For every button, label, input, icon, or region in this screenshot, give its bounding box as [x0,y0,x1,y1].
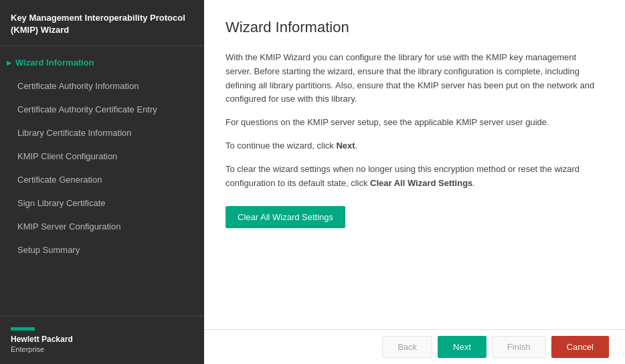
paragraph-4: To clear the wizard settings when no lon… [226,163,604,191]
sidebar-item-7[interactable]: KMIP Server Configuration [0,215,204,239]
paragraph-2: For questions on the KMIP server setup, … [226,116,604,130]
hpe-logo-name-line2: Enterprise [11,345,193,353]
sidebar-nav: Wizard InformationCertificate Authority … [0,46,204,316]
back-button[interactable]: Back [382,336,432,358]
next-button[interactable]: Next [438,336,486,358]
clear-all-wizard-settings-button[interactable]: Clear All Wizard Settings [226,206,345,228]
paragraph-1: With the KMIP Wizard you can configure t… [226,51,604,106]
main-content: Wizard Information With the KMIP Wizard … [204,0,625,329]
sidebar-item-6[interactable]: Sign Library Certificate [0,192,204,215]
sidebar: Key Management Interoperability Protocol… [0,0,204,364]
sidebar-title: Key Management Interoperability Protocol… [0,0,204,46]
paragraph-3: To continue the wizard, click Next. [226,139,604,153]
cancel-button[interactable]: Cancel [551,336,609,358]
sidebar-item-0[interactable]: Wizard Information [0,52,204,75]
footer: Back Next Finish Cancel [204,329,625,364]
sidebar-item-8[interactable]: Setup Summary [0,239,204,262]
hpe-logo-bar [11,327,35,331]
sidebar-item-4[interactable]: KMIP Client Configuration [0,145,204,169]
clear-bold: Clear All Wizard Settings [370,178,472,188]
sidebar-item-5[interactable]: Certificate Generation [0,169,204,192]
page-title: Wizard Information [226,19,604,36]
sidebar-item-3[interactable]: Library Certificate Information [0,122,204,145]
hpe-logo-name-line1: Hewlett Packard [11,335,193,345]
main-panel: Wizard Information With the KMIP Wizard … [204,0,625,364]
sidebar-footer: Hewlett Packard Enterprise [0,316,204,364]
sidebar-item-1[interactable]: Certificate Authority Information [0,75,204,98]
finish-button[interactable]: Finish [492,336,546,358]
next-bold: Next [336,141,355,151]
sidebar-item-2[interactable]: Certificate Authority Certificate Entry [0,98,204,122]
hpe-logo: Hewlett Packard Enterprise [11,327,193,353]
